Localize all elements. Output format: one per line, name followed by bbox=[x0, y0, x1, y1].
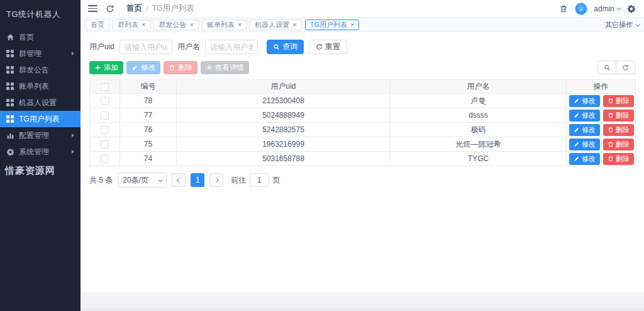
search-button-label: 查询 bbox=[282, 42, 297, 52]
edit-icon bbox=[131, 64, 138, 71]
tab-bot-settings[interactable]: 机器人设置 × bbox=[250, 20, 301, 30]
page-number-active[interactable]: 1 bbox=[191, 173, 204, 187]
close-icon[interactable]: × bbox=[292, 21, 296, 28]
row-checkbox[interactable] bbox=[101, 126, 109, 134]
row-edit-button[interactable]: 修改 bbox=[569, 139, 600, 150]
row-edit-button[interactable]: 修改 bbox=[569, 95, 600, 107]
sidebar-item-tg-user-list[interactable]: TG用户列表 bbox=[0, 111, 80, 127]
chevron-down-icon bbox=[617, 6, 621, 10]
uid-filter-input[interactable] bbox=[119, 40, 172, 54]
trash-icon bbox=[608, 156, 614, 162]
user-table: 编号 用户uid 用户名 操作 78 2125300408 卢曼 修改删除 bbox=[89, 79, 636, 166]
row-edit-button[interactable]: 修改 bbox=[569, 110, 600, 122]
tab-label: 首页 bbox=[91, 20, 104, 30]
table-search-icon-button[interactable] bbox=[597, 60, 616, 74]
cell-ops: 修改删除 bbox=[567, 94, 636, 108]
refresh-icon[interactable] bbox=[105, 4, 115, 14]
cell-id: 75 bbox=[120, 137, 177, 152]
cell-ops: 修改删除 bbox=[567, 123, 636, 137]
grid-icon bbox=[6, 115, 14, 123]
view-detail-button-label: 查看详情 bbox=[215, 63, 244, 72]
table-row: 78 2125300408 卢曼 修改删除 bbox=[90, 94, 636, 108]
close-icon[interactable]: × bbox=[350, 21, 354, 28]
pagination: 共 5 条 20条/页 1 前往 页 bbox=[89, 172, 635, 188]
row-checkbox[interactable] bbox=[101, 97, 109, 105]
name-filter-input[interactable] bbox=[205, 40, 258, 54]
row-checkbox[interactable] bbox=[101, 155, 109, 163]
gear-icon[interactable] bbox=[626, 4, 636, 14]
breadcrumb-home[interactable]: 首页 bbox=[126, 3, 142, 14]
filter-bar: 用户uid 用户名 查询 重置 bbox=[89, 40, 635, 54]
trash-icon bbox=[608, 112, 614, 118]
column-header-uid: 用户uid bbox=[177, 80, 391, 94]
row-delete-button[interactable]: 删除 bbox=[603, 153, 634, 165]
row-checkbox[interactable] bbox=[101, 140, 109, 149]
page-content: 用户uid 用户名 查询 重置 添加 bbox=[80, 32, 644, 292]
breadcrumb-separator: / bbox=[146, 4, 148, 13]
chevron-right-icon bbox=[72, 52, 74, 55]
sidebar-item-home[interactable]: 首页 bbox=[0, 29, 80, 45]
sidebar-item-config-manage[interactable]: 配置管理 bbox=[0, 127, 80, 144]
prev-page-button[interactable] bbox=[172, 173, 186, 187]
trash-icon bbox=[169, 64, 175, 71]
row-delete-button[interactable]: 删除 bbox=[603, 95, 634, 107]
cell-id: 76 bbox=[120, 123, 177, 137]
tab-home[interactable]: 首页 bbox=[86, 20, 109, 30]
sidebar-item-label: 群发公告 bbox=[19, 65, 49, 76]
collapse-menu-icon[interactable] bbox=[88, 4, 97, 13]
sidebar-item-group-broadcast[interactable]: 群发公告 bbox=[0, 62, 80, 78]
page-size-select[interactable]: 20条/页 bbox=[118, 172, 167, 188]
tab-tg-user-list[interactable]: TG用户列表 × bbox=[305, 20, 360, 30]
select-all-checkbox[interactable] bbox=[101, 83, 109, 91]
close-icon[interactable]: × bbox=[142, 21, 145, 28]
row-delete-button[interactable]: 删除 bbox=[603, 124, 634, 136]
row-edit-button[interactable]: 修改 bbox=[569, 153, 600, 165]
bar-chart-icon bbox=[6, 132, 14, 140]
sidebar-menu: 首页 群管理 群发公告 账单列表 机器人设置 TG用户列表 bbox=[0, 29, 80, 160]
app-root: TG统计机器人 首页 群管理 群发公告 账单列表 机器人设置 bbox=[0, 0, 644, 311]
sidebar-item-system-manage[interactable]: 系统管理 bbox=[0, 144, 80, 160]
sidebar-item-group-manage[interactable]: 群管理 bbox=[0, 45, 80, 62]
next-page-button[interactable] bbox=[209, 173, 223, 187]
sidebar-item-bot-settings[interactable]: 机器人设置 bbox=[0, 94, 80, 111]
user-menu[interactable]: admin bbox=[594, 4, 620, 13]
breadcrumb: 首页 / TG用户列表 bbox=[126, 3, 194, 14]
select-all-cell bbox=[90, 80, 120, 94]
column-header-name: 用户名 bbox=[391, 80, 567, 94]
edit-button-disabled[interactable]: 修改 bbox=[126, 61, 160, 74]
main-area: 首页 / TG用户列表 admin bbox=[80, 0, 644, 311]
row-checkbox[interactable] bbox=[101, 111, 109, 120]
trash-icon[interactable] bbox=[558, 4, 569, 14]
cell-uid: 1963216999 bbox=[177, 137, 391, 152]
app-title: TG统计机器人 bbox=[0, 0, 80, 26]
search-button[interactable]: 查询 bbox=[267, 40, 304, 54]
sidebar: TG统计机器人 首页 群管理 群发公告 账单列表 机器人设置 bbox=[0, 0, 80, 311]
row-delete-button[interactable]: 删除 bbox=[603, 110, 634, 122]
delete-button-disabled[interactable]: 删除 bbox=[164, 61, 197, 74]
goto-page-input[interactable] bbox=[250, 173, 269, 187]
add-button[interactable]: 添加 bbox=[89, 61, 123, 74]
cell-uid: 5242882575 bbox=[177, 123, 391, 137]
row-delete-button[interactable]: 删除 bbox=[603, 139, 634, 150]
reset-button[interactable]: 重置 bbox=[309, 40, 347, 54]
table-header-row: 编号 用户uid 用户名 操作 bbox=[90, 80, 636, 94]
avatar[interactable] bbox=[575, 3, 587, 15]
table-row: 77 5024888949 dssss 修改删除 bbox=[90, 108, 636, 123]
close-icon[interactable]: × bbox=[238, 21, 242, 28]
sidebar-item-bill-list[interactable]: 账单列表 bbox=[0, 78, 80, 94]
close-icon[interactable]: × bbox=[189, 21, 193, 28]
refresh-icon bbox=[316, 43, 323, 50]
tabs-more-dropdown[interactable]: 其它操作 bbox=[599, 20, 639, 30]
tab-label: 群发公告 bbox=[158, 20, 186, 30]
tab-group-broadcast[interactable]: 群发公告 × bbox=[153, 20, 198, 30]
view-detail-button-disabled[interactable]: 查看详情 bbox=[201, 61, 249, 74]
tab-bill-list[interactable]: 账单列表 × bbox=[202, 20, 247, 30]
trash-icon bbox=[608, 98, 614, 104]
pagination-total: 共 5 条 bbox=[89, 175, 113, 186]
cell-name: TYGC bbox=[391, 152, 567, 166]
table-refresh-icon-button[interactable] bbox=[616, 60, 635, 74]
tab-label: 群列表 bbox=[118, 20, 138, 30]
cell-ops: 修改删除 bbox=[567, 108, 636, 123]
row-edit-button[interactable]: 修改 bbox=[569, 124, 600, 136]
tab-group-list[interactable]: 群列表 × bbox=[113, 20, 150, 30]
